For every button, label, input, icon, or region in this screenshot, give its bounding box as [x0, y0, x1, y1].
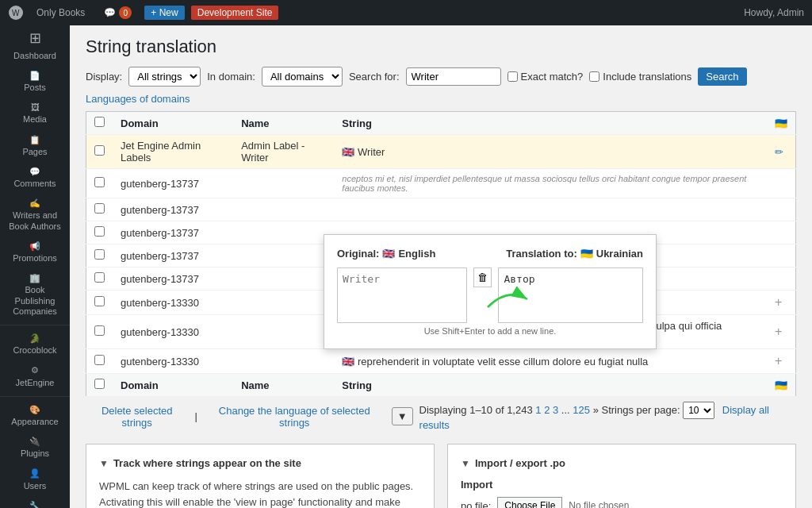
original-textarea: [337, 267, 467, 323]
comments-icon[interactable]: 💬 0: [98, 0, 138, 25]
sidebar-item-posts[interactable]: 📄 Posts: [0, 66, 70, 98]
name-cell: [233, 291, 334, 315]
row-checkbox-cell[interactable]: [86, 169, 113, 198]
sidebar-item-appearance[interactable]: 🎨 Appearance: [0, 400, 70, 432]
devsite-badge[interactable]: Development Site: [191, 6, 279, 20]
row-checkbox-cell[interactable]: [86, 349, 113, 374]
footer-select-all-checkbox[interactable]: [94, 379, 105, 389]
appearance-icon: 🎨: [29, 405, 40, 415]
comments-menu-icon: 💬: [29, 167, 40, 177]
track-panel-title: ▼ Track where strings appear on the site: [99, 457, 421, 469]
row-checkbox[interactable]: [94, 355, 105, 365]
footer-string-header: String: [334, 374, 767, 397]
posts-icon: 📄: [29, 71, 40, 81]
sidebar-item-book-publishing[interactable]: 🏢 Book Publishing Companies: [0, 268, 70, 321]
add-translation-icon[interactable]: +: [775, 295, 782, 309]
sidebar-item-dashboard[interactable]: ⊞ Dashboard: [0, 25, 70, 66]
sidebar-item-crocoblock[interactable]: 🐊 Crocoblock: [0, 329, 70, 360]
row-checkbox-cell[interactable]: [86, 135, 113, 169]
sidebar-item-promotions[interactable]: 📢 Promotions: [0, 237, 70, 268]
add-cell[interactable]: +: [767, 291, 796, 315]
admin-bar: W Only Books 💬 0 + New Development Site …: [0, 0, 812, 25]
search-button[interactable]: Search: [698, 67, 746, 86]
checkbox-column-header[interactable]: [86, 112, 113, 135]
separator: |: [194, 410, 197, 422]
sidebar-item-tools[interactable]: 🔧 Tools: [0, 496, 70, 508]
row-checkbox[interactable]: [94, 272, 105, 283]
add-cell[interactable]: +: [767, 349, 796, 374]
table-footer-row: Domain Name String 🇺🇦: [86, 374, 796, 397]
sidebar-item-writers[interactable]: ✍ Writers and Book Authors: [0, 194, 70, 237]
row-checkbox[interactable]: [94, 325, 105, 336]
page-title: String translation: [86, 37, 796, 57]
sidebar-item-plugins[interactable]: 🔌 Plugins: [0, 432, 70, 464]
row-checkbox[interactable]: [94, 296, 105, 306]
sidebar-item-pages[interactable]: 📋 Pages: [0, 130, 70, 162]
track-panel-toggle[interactable]: ▼: [99, 458, 109, 469]
change-language-button[interactable]: Change the language of selected strings: [204, 405, 385, 429]
dashboard-icon: ⊞: [29, 30, 41, 48]
languages-link[interactable]: Languages of domains: [86, 93, 796, 105]
choose-file-button[interactable]: Choose File: [497, 497, 562, 508]
sidebar-item-jetengine[interactable]: ⚙ JetEngine: [0, 360, 70, 392]
menu-separator-1: [0, 325, 70, 325]
track-panel-description: WPML can keep track of where strings are…: [99, 479, 421, 508]
table-row: gutenberg-13737: [86, 198, 796, 221]
promotions-icon: 📢: [29, 241, 40, 252]
add-translation-icon[interactable]: +: [775, 354, 782, 368]
svg-text:W: W: [12, 9, 20, 17]
domain-column-header: Domain: [113, 112, 233, 135]
row-checkbox[interactable]: [94, 145, 105, 156]
row-checkbox-cell[interactable]: [86, 244, 113, 267]
edit-icon[interactable]: ✏: [775, 146, 783, 158]
page-link-1[interactable]: 1: [535, 404, 541, 416]
comments-count: 0: [119, 6, 132, 19]
site-name[interactable]: Only Books: [30, 0, 91, 25]
search-input[interactable]: [406, 67, 501, 86]
import-export-toggle[interactable]: ▼: [461, 458, 470, 469]
sidebar-item-media[interactable]: 🖼 Media: [0, 98, 70, 129]
sidebar-item-users[interactable]: 👤 Users: [0, 464, 70, 495]
users-icon: 👤: [29, 468, 40, 479]
row-checkbox-cell[interactable]: [86, 315, 113, 349]
add-translation-icon[interactable]: +: [775, 325, 782, 338]
select-all-checkbox[interactable]: [94, 117, 105, 127]
domain-cell: gutenberg-13737: [113, 267, 233, 291]
row-checkbox-cell[interactable]: [86, 221, 113, 244]
name-cell: [233, 169, 334, 198]
row-checkbox-cell[interactable]: [86, 291, 113, 315]
name-cell: [233, 267, 334, 291]
exact-match-label[interactable]: Exact match?: [508, 71, 584, 83]
new-button[interactable]: + New: [144, 6, 184, 20]
row-checkbox-cell[interactable]: [86, 198, 113, 221]
name-cell: Admin Label - Writer: [233, 135, 334, 169]
string-cell: 🇬🇧 Writer: [334, 135, 767, 169]
include-translations-checkbox[interactable]: [589, 71, 599, 82]
page-link-3[interactable]: 3: [553, 404, 558, 416]
exact-match-checkbox[interactable]: [508, 71, 518, 82]
add-cell[interactable]: +: [767, 315, 796, 349]
footer-name-header: Name: [233, 374, 334, 397]
page-links[interactable]: 1 2 3 ... 125 »: [535, 404, 599, 416]
display-select[interactable]: All strings: [128, 67, 201, 87]
row-checkbox[interactable]: [94, 177, 105, 187]
row-checkbox[interactable]: [94, 249, 105, 260]
delete-selected-button[interactable]: Delete selected strings: [86, 405, 188, 429]
row-checkbox-cell[interactable]: [86, 267, 113, 291]
strings-per-page-label: Strings per page:: [601, 404, 680, 416]
string-cell: nceptos mi et, nisl imperdiet pellentesq…: [334, 169, 767, 198]
include-translations-label[interactable]: Include translations: [589, 71, 691, 83]
wp-logo[interactable]: W: [8, 5, 24, 21]
strings-per-page-select[interactable]: 10 25 50: [683, 402, 714, 419]
domain-select-filter[interactable]: All domains: [262, 67, 343, 87]
in-domain-label: In domain:: [207, 71, 255, 83]
page-link-2[interactable]: 2: [544, 404, 550, 416]
row-checkbox[interactable]: [94, 203, 105, 214]
bulk-dropdown-icon[interactable]: ▼: [392, 407, 413, 425]
flag-column-header: 🇺🇦: [767, 112, 796, 135]
edit-cell[interactable]: ✏: [767, 135, 796, 169]
page-link-125[interactable]: 125: [573, 404, 590, 416]
footer-checkbox-header[interactable]: [86, 374, 113, 397]
row-checkbox[interactable]: [94, 226, 105, 237]
sidebar-item-comments[interactable]: 💬 Comments: [0, 162, 70, 194]
